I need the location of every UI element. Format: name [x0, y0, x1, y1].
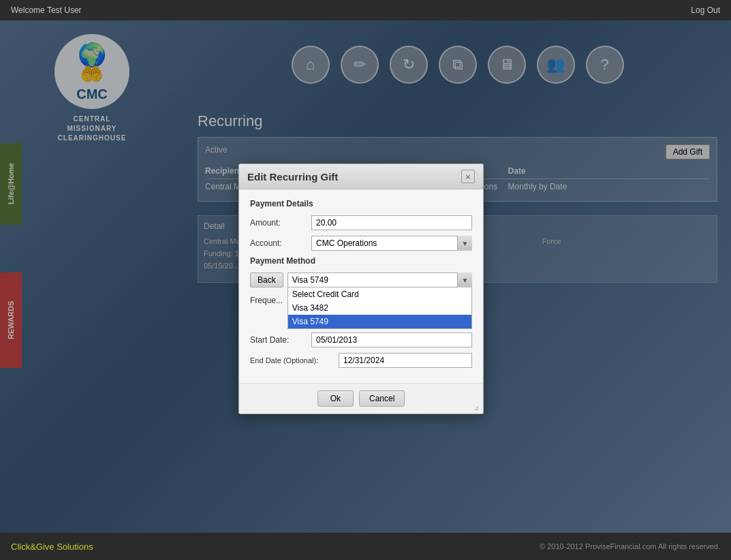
card-option-select[interactable]: Select Credit Card — [288, 287, 471, 301]
brand-suffix: Solutions — [55, 542, 93, 552]
modal-title: Edit Recurring Gift — [247, 171, 338, 183]
modal-footer: Ok Cancel — [239, 383, 483, 414]
start-date-row: Start Date: — [250, 332, 472, 347]
payment-method-row: Back Visa 5749 ▼ Select Credit Card Visa… — [250, 273, 472, 287]
end-date-label: End Date (Optional): — [250, 356, 339, 364]
start-date-label: Start Date: — [250, 335, 311, 345]
amount-input[interactable] — [311, 215, 472, 230]
back-button[interactable]: Back — [250, 273, 283, 287]
cancel-button[interactable]: Cancel — [359, 390, 405, 407]
footer-copyright: © 2010-2012 ProviseFinancial.com All rig… — [540, 542, 720, 550]
resize-handle[interactable]: ⊿ — [473, 404, 483, 414]
ok-button[interactable]: Ok — [317, 390, 354, 407]
card-dropdown-container: Visa 5749 ▼ Select Credit Card Visa 3482… — [287, 273, 472, 287]
start-date-input[interactable] — [311, 332, 472, 347]
modal-header: Edit Recurring Gift × — [239, 164, 483, 189]
account-select[interactable]: CMC Operations — [311, 236, 472, 251]
amount-label: Amount: — [250, 218, 311, 228]
welcome-text: Welcome Test User — [11, 5, 82, 15]
payment-method-title: Payment Method — [250, 256, 472, 266]
amount-row: Amount: — [250, 215, 472, 230]
footer-brand: Click&Give Solutions — [11, 542, 93, 552]
logout-link[interactable]: Log Out — [691, 5, 720, 15]
account-label: Account: — [250, 238, 311, 248]
card-dropdown-list: Select Credit Card Visa 3482 Visa 5749 — [287, 287, 472, 329]
brand-plain: Click — [11, 542, 30, 552]
card-option-visa5749[interactable]: Visa 5749 — [288, 315, 471, 328]
top-bar: Welcome Test User Log Out — [0, 0, 731, 20]
end-date-input[interactable] — [339, 353, 472, 368]
end-date-row: End Date (Optional): — [250, 353, 472, 368]
modal-body: Payment Details Amount: Account: CMC Ope… — [239, 189, 483, 383]
card-selected-value: Visa 5749 — [292, 275, 328, 285]
payment-details-title: Payment Details — [250, 199, 472, 208]
account-row: Account: CMC Operations ▼ — [250, 236, 472, 251]
brand-amp: & — [30, 542, 36, 552]
footer: Click&Give Solutions © 2010-2012 Provise… — [0, 533, 731, 560]
card-option-visa3482[interactable]: Visa 3482 — [288, 301, 471, 315]
modal-close-button[interactable]: × — [461, 170, 475, 183]
brand-give: Give — [36, 542, 55, 552]
edit-recurring-gift-modal: Edit Recurring Gift × Payment Details Am… — [238, 164, 484, 414]
card-dropdown-arrow[interactable]: ▼ — [457, 273, 472, 287]
account-select-wrapper: CMC Operations ▼ — [311, 236, 472, 251]
card-dropdown-trigger[interactable]: Visa 5749 — [287, 273, 472, 287]
